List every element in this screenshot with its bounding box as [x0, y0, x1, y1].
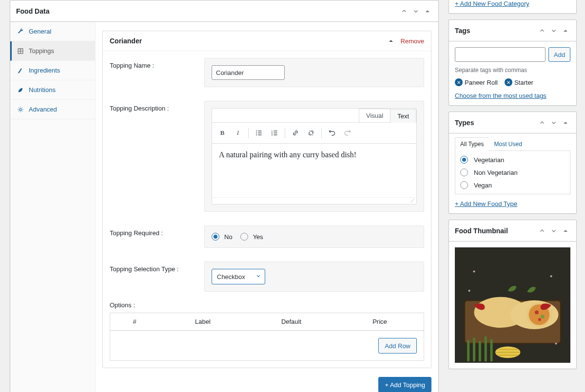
thumbnail-title: Food Thumbnail [455, 227, 537, 235]
tab-general[interactable]: General [10, 22, 95, 41]
food-data-header: Food Data [10, 0, 438, 22]
topping-name-label: Topping Name : [110, 58, 197, 69]
add-tag-button[interactable]: Add [548, 47, 570, 62]
unlink-icon[interactable] [304, 126, 318, 140]
type-radio-vegetarian[interactable] [460, 156, 468, 164]
svg-point-1 [256, 131, 257, 131]
caret-up-icon[interactable] [387, 37, 395, 45]
chevron-down-icon[interactable] [549, 118, 559, 128]
chevron-down-icon[interactable] [411, 6, 421, 16]
svg-point-14 [535, 310, 539, 314]
col-label: Label [159, 313, 247, 330]
food-data-panel: Food Data General Toppings [10, 0, 439, 392]
food-category-box: + Add New Food Category [448, 0, 577, 14]
add-topping-button[interactable]: + Add Topping [378, 377, 431, 392]
food-data-title: Food Data [16, 7, 399, 15]
svg-point-18 [550, 275, 552, 277]
tags-title: Tags [455, 27, 537, 35]
type-item[interactable]: Vegetarian [460, 156, 565, 164]
selection-type-select[interactable]: Checkbox [212, 269, 265, 284]
add-row-button[interactable]: Add Row [378, 338, 417, 354]
types-box: Types All Types Most Used Vegetarian [448, 112, 577, 214]
link-icon[interactable] [288, 126, 303, 140]
caret-up-icon[interactable] [423, 6, 432, 16]
add-food-category-link[interactable]: + Add New Food Category [455, 0, 529, 7]
food-data-tabs: General Toppings Ingredients Nutritions [10, 22, 96, 392]
types-title: Types [455, 119, 537, 127]
options-table: # Label Default Price Add Row [110, 313, 424, 361]
food-data-content: Coriander Remove Topping Name : [96, 22, 438, 392]
choose-tags-link[interactable]: Choose from the most used tags [455, 92, 546, 99]
tab-toppings[interactable]: Toppings [10, 41, 95, 61]
svg-point-21 [468, 290, 470, 292]
svg-point-0 [20, 108, 21, 110]
bold-icon[interactable]: B [215, 126, 230, 140]
types-tab-most[interactable]: Most Used [488, 137, 527, 151]
svg-text:3: 3 [272, 134, 273, 136]
selection-type-label: Topping Selection Type : [110, 261, 197, 273]
svg-point-20 [555, 343, 557, 345]
type-radio-nonveg[interactable] [460, 168, 468, 176]
topping-card: Coriander Remove Topping Name : [102, 31, 431, 368]
remove-topping-link[interactable]: Remove [401, 37, 424, 45]
required-yes-radio[interactable] [240, 233, 248, 241]
tag-chip: ✕ Starter [505, 78, 533, 86]
col-default: Default [247, 313, 336, 330]
italic-icon[interactable]: I [231, 126, 245, 140]
undo-icon[interactable] [325, 126, 339, 140]
numbered-list-icon[interactable]: 123 [267, 126, 282, 140]
redo-icon[interactable] [340, 126, 355, 140]
col-price: Price [336, 313, 424, 330]
grid-icon [17, 48, 24, 55]
wrench-icon [17, 28, 24, 35]
tag-input[interactable] [455, 47, 546, 62]
svg-point-19 [473, 270, 475, 272]
types-tab-all[interactable]: All Types [455, 137, 489, 151]
required-no-radio[interactable] [212, 233, 219, 241]
chevron-up-icon[interactable] [537, 226, 547, 236]
food-thumbnail-box: Food Thumbnail [448, 220, 577, 369]
chevron-up-icon[interactable] [537, 118, 547, 128]
topping-desc-editor[interactable]: A natural pairing with any curry based d… [212, 144, 416, 197]
editor-tab-text[interactable]: Text [390, 109, 416, 123]
options-label: Options : [103, 299, 431, 313]
topping-required-label: Topping Required : [110, 225, 197, 237]
topping-title: Coriander [110, 37, 387, 45]
tab-advanced[interactable]: Advanced [10, 100, 95, 119]
tab-ingredients[interactable]: Ingredients [10, 61, 95, 80]
tab-nutritions[interactable]: Nutritions [10, 80, 95, 100]
chevron-down-icon[interactable] [549, 26, 559, 36]
svg-point-15 [541, 315, 545, 318]
tag-chip: ✕ Paneer Roll [455, 78, 498, 86]
svg-point-2 [256, 132, 257, 133]
caret-up-icon[interactable] [561, 26, 570, 36]
type-item[interactable]: Vegan [460, 181, 565, 189]
chevron-down-icon[interactable] [549, 226, 559, 236]
caret-up-icon[interactable] [561, 118, 570, 128]
svg-point-16 [538, 318, 541, 321]
bullet-list-icon[interactable] [252, 126, 266, 140]
caret-up-icon[interactable] [561, 226, 570, 236]
svg-point-3 [256, 134, 257, 135]
remove-tag-icon[interactable]: ✕ [505, 78, 512, 86]
editor-tab-visual[interactable]: Visual [359, 109, 390, 122]
tags-hint: Separate tags with commas [455, 67, 570, 74]
gear-icon [17, 106, 24, 113]
carrot-icon [17, 67, 24, 74]
food-thumbnail-image[interactable] [455, 247, 570, 363]
chevron-up-icon[interactable] [399, 6, 409, 16]
topping-desc-label: Topping Description : [110, 101, 197, 112]
topping-name-input[interactable] [212, 65, 285, 80]
resize-handle-icon[interactable] [212, 197, 416, 204]
col-hash: # [110, 313, 159, 330]
remove-tag-icon[interactable]: ✕ [455, 78, 463, 86]
editor-toolbar: B I 123 [212, 122, 416, 144]
leaf-icon [17, 87, 24, 93]
tags-box: Tags Add Separate tags with commas ✕ Pan… [448, 19, 577, 106]
type-item[interactable]: Non Vegetarian [460, 168, 565, 176]
rich-editor: Visual Text B I 123 [212, 108, 417, 205]
add-food-type-link[interactable]: + Add New Food Type [455, 200, 517, 207]
type-radio-vegan[interactable] [460, 181, 468, 189]
chevron-up-icon[interactable] [537, 26, 547, 36]
